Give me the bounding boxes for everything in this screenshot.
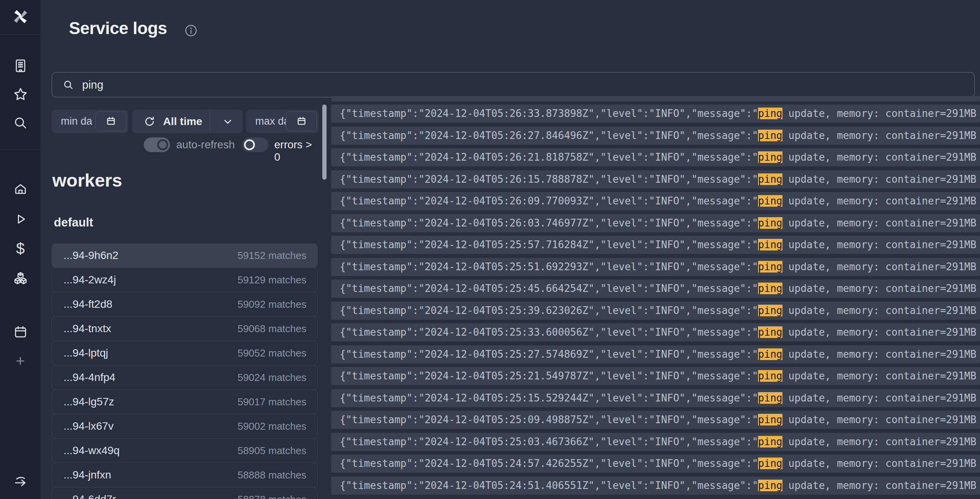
sidebar-item-search[interactable]	[0, 113, 41, 133]
sidebar-item-workspace[interactable]	[0, 56, 41, 76]
log-row[interactable]: {"timestamp":"2024-12-04T05:25:45.664254…	[331, 280, 980, 298]
log-row[interactable]: {"timestamp":"2024-12-04T05:25:09.498875…	[331, 411, 980, 429]
star-icon	[13, 87, 28, 102]
sidebar-item-resources[interactable]	[0, 269, 41, 289]
worker-row[interactable]: ...94-lx67v 59002 matches	[52, 414, 318, 439]
time-range-refresh[interactable]: All time	[132, 115, 202, 128]
worker-row[interactable]: ...94-lg57z 59017 matches	[52, 389, 318, 414]
log-highlight: ping	[758, 348, 782, 360]
log-highlight: ping	[758, 414, 782, 425]
sidebar-item-create[interactable]: +	[0, 351, 41, 371]
refresh-icon	[144, 116, 155, 127]
dollar-icon: $	[16, 241, 24, 256]
log-text: update, memory: container=291MB	[782, 370, 977, 382]
worker-match-count: 59052 matches	[237, 347, 306, 359]
log-row[interactable]: {"timestamp":"2024-12-04T05:25:57.716284…	[331, 236, 980, 254]
log-row[interactable]: {"timestamp":"2024-12-04T05:26:27.846496…	[331, 127, 980, 145]
log-highlight: ping	[758, 480, 782, 491]
time-range-dropdown[interactable]: All time	[132, 110, 243, 133]
log-row[interactable]: {"timestamp":"2024-12-04T05:26:21.818758…	[331, 148, 980, 166]
log-row[interactable]: {"timestamp":"2024-12-04T05:25:15.529244…	[331, 389, 980, 407]
search-value: ping	[82, 79, 103, 91]
worker-match-count: 58905 matches	[237, 445, 306, 457]
log-row[interactable]: {"timestamp":"2024-12-04T05:26:03.746977…	[331, 214, 980, 232]
log-highlight: ping	[758, 261, 782, 273]
sidebar: $ +	[0, 0, 41, 499]
log-row[interactable]: {"timestamp":"2024-12-04T05:24:51.406551…	[331, 477, 980, 495]
log-row[interactable]: {"timestamp":"2024-12-04T05:26:09.770093…	[331, 192, 980, 210]
errors-toggle[interactable]	[242, 137, 268, 152]
worker-match-count: 59002 matches	[237, 420, 306, 432]
log-highlight: ping	[758, 283, 782, 294]
worker-row[interactable]: ...94-lptqj 59052 matches	[52, 341, 318, 365]
log-text: {"timestamp":"2024-12-04T05:26:27.846496…	[340, 130, 758, 141]
cubes-icon	[13, 271, 28, 286]
log-text: update, memory: container=291MB	[782, 326, 977, 338]
sidebar-item-home[interactable]	[0, 180, 41, 200]
worker-row[interactable]: ...94-jnfxn 58888 matches	[52, 463, 318, 487]
log-scrollbar-thumb[interactable]	[322, 105, 327, 180]
info-icon[interactable]	[185, 24, 197, 37]
worker-row[interactable]: ...94-4nfp4 59024 matches	[52, 365, 318, 390]
log-text: {"timestamp":"2024-12-04T05:24:57.426255…	[340, 458, 758, 469]
log-row[interactable]: {"timestamp":"2024-12-04T05:25:33.600056…	[331, 323, 980, 341]
worker-row[interactable]: ...94-ft2d8 59092 matches	[52, 292, 318, 317]
log-text: update, memory: container=291MB	[782, 392, 977, 404]
log-row[interactable]: {"timestamp":"2024-12-04T05:25:27.574869…	[331, 345, 980, 364]
auto-refresh-toggle[interactable]	[144, 137, 170, 152]
worker-row[interactable]: ...94-wx49q 58905 matches	[52, 438, 318, 463]
log-text: update, memory: container=291MB	[782, 414, 977, 425]
log-text: update, memory: container=291MB	[782, 239, 977, 250]
sidebar-item-usage[interactable]: $	[0, 238, 41, 259]
worker-match-count: 58878 matches	[237, 494, 306, 499]
log-row[interactable]: {"timestamp":"2024-12-04T05:25:21.549787…	[331, 367, 980, 385]
auto-refresh-label: auto-refresh	[176, 139, 235, 151]
worker-match-count: 59024 matches	[237, 372, 306, 384]
toggle-knob	[244, 139, 255, 150]
errors-label: errors > 0	[274, 139, 319, 163]
chevron-down-icon[interactable]	[221, 115, 234, 128]
worker-row[interactable]: ...94-6dd7r 58878 matches	[52, 487, 318, 499]
min-date-placeholder: min da	[61, 115, 92, 127]
log-highlight: ping	[758, 392, 782, 404]
log-text: {"timestamp":"2024-12-04T05:26:15.788878…	[340, 173, 758, 185]
log-row[interactable]: {"timestamp":"2024-12-04T05:26:15.788878…	[331, 170, 980, 189]
log-row[interactable]: {"timestamp":"2024-12-04T05:24:57.426255…	[331, 454, 980, 473]
worker-id: ...94-9h6n2	[64, 249, 119, 262]
log-row[interactable]: {"timestamp":"2024-12-04T05:25:03.467366…	[331, 433, 980, 451]
sidebar-divider	[0, 34, 41, 35]
worker-id: ...94-4nfp4	[64, 371, 115, 384]
log-row[interactable]: {"timestamp":"2024-12-04T05:26:33.873898…	[331, 105, 980, 123]
log-text: update, memory: container=291MB	[782, 436, 977, 448]
min-date-input[interactable]: min da	[52, 110, 128, 133]
sidebar-item-favorites[interactable]	[0, 84, 41, 105]
log-highlight: ping	[758, 458, 782, 469]
worker-id: ...94-jnfxn	[64, 469, 111, 481]
log-row[interactable]: {"timestamp":"2024-12-04T05:25:51.692293…	[331, 258, 980, 276]
sidebar-item-runs[interactable]	[0, 209, 41, 229]
log-text: update, memory: container=291MB	[782, 283, 977, 294]
worker-match-count: 59092 matches	[237, 298, 306, 310]
worker-id: ...94-lptqj	[64, 347, 108, 359]
worker-id: ...94-ft2d8	[64, 298, 112, 310]
log-row[interactable]: {"timestamp":"2024-12-04T05:25:39.623026…	[331, 302, 980, 320]
worker-row[interactable]: ...94-tnxtx 59068 matches	[52, 316, 318, 341]
worker-match-count: 59068 matches	[237, 323, 306, 335]
min-date-calendar-button[interactable]	[95, 111, 126, 131]
max-date-input[interactable]: max da	[246, 110, 319, 133]
log-text: {"timestamp":"2024-12-04T05:25:51.692293…	[340, 261, 758, 273]
sidebar-expand-button[interactable]	[0, 470, 41, 490]
log-text: {"timestamp":"2024-12-04T05:26:33.873898…	[340, 108, 758, 119]
log-text: update, memory: container=291MB	[782, 305, 977, 316]
play-icon	[13, 212, 28, 226]
worker-id: ...94-lg57z	[64, 396, 114, 408]
windmill-logo[interactable]	[0, 5, 41, 28]
windmill-logo-icon	[12, 8, 29, 26]
max-date-calendar-button[interactable]	[286, 111, 317, 131]
worker-row[interactable]: ...94-2wz4j 59129 matches	[52, 268, 318, 292]
sidebar-item-schedules[interactable]	[0, 322, 41, 342]
worker-group-heading: default	[54, 216, 93, 230]
worker-row[interactable]: ...94-9h6n2 59152 matches	[52, 243, 318, 268]
log-text: update, memory: container=291MB	[782, 151, 977, 163]
toggle-row: auto-refresh errors > 0	[0, 137, 319, 153]
